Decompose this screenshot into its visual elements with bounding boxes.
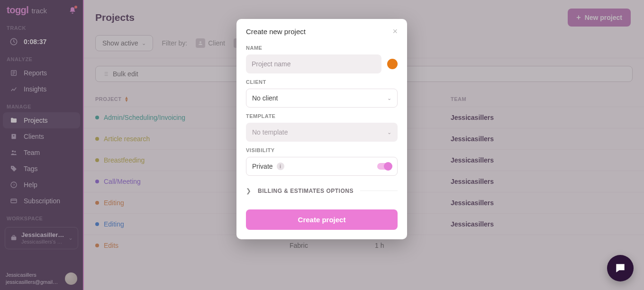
modal-client-section: CLIENT No client ⌄ bbox=[236, 75, 407, 109]
project-color-picker[interactable] bbox=[387, 59, 398, 69]
modal-template-section: TEMPLATE No template ⌄ bbox=[236, 109, 407, 144]
visibility-row: Private i bbox=[246, 157, 398, 176]
visibility-toggle[interactable] bbox=[377, 163, 391, 170]
chevron-right-icon: ❯ bbox=[246, 187, 251, 194]
client-select-value: No client bbox=[252, 94, 278, 102]
template-select[interactable]: No template ⌄ bbox=[246, 123, 398, 142]
billing-options-expander[interactable]: ❯ BILLING & ESTIMATES OPTIONS bbox=[236, 178, 407, 198]
visibility-value: Private bbox=[252, 163, 273, 170]
modal-client-label: CLIENT bbox=[246, 79, 398, 85]
info-icon[interactable]: i bbox=[277, 163, 284, 170]
chevron-down-icon: ⌄ bbox=[387, 129, 391, 136]
close-icon[interactable]: × bbox=[392, 27, 398, 36]
modal-name-section: NAME bbox=[236, 41, 407, 75]
divider-line bbox=[360, 190, 398, 191]
modal-title: Create new project bbox=[246, 27, 306, 36]
modal-visibility-label: VISIBILITY bbox=[246, 147, 398, 153]
chat-fab[interactable] bbox=[607, 255, 634, 281]
modal-template-label: TEMPLATE bbox=[246, 113, 398, 119]
create-project-modal: Create new project × NAME CLIENT No clie… bbox=[236, 19, 407, 239]
template-select-value: No template bbox=[252, 128, 288, 136]
project-name-input[interactable] bbox=[246, 54, 381, 73]
chat-icon bbox=[614, 262, 626, 274]
modal-head: Create new project × bbox=[236, 19, 407, 41]
chevron-down-icon: ⌄ bbox=[387, 95, 391, 101]
toggle-knob bbox=[384, 162, 392, 171]
create-project-button[interactable]: Create project bbox=[246, 209, 398, 230]
modal-name-label: NAME bbox=[246, 45, 398, 51]
create-project-label: Create project bbox=[298, 216, 346, 224]
client-select[interactable]: No client ⌄ bbox=[246, 89, 398, 108]
billing-options-label: BILLING & ESTIMATES OPTIONS bbox=[258, 188, 354, 194]
modal-visibility-section: VISIBILITY Private i bbox=[236, 144, 407, 178]
